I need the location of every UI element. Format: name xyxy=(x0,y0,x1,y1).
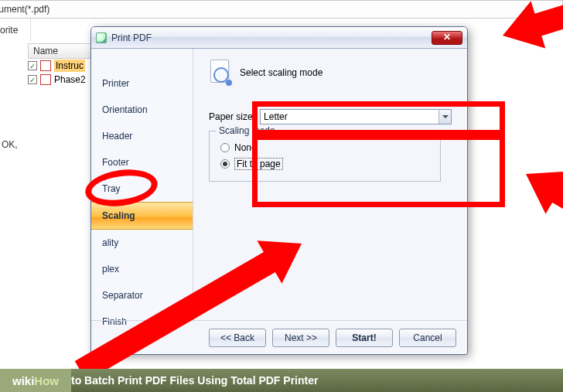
tab-quality[interactable]: ality xyxy=(91,230,193,256)
pdf-icon xyxy=(40,74,51,85)
chevron-down-icon[interactable] xyxy=(438,110,451,124)
address-bar[interactable]: Document(*.pdf) xyxy=(0,0,563,19)
radio-fit-label: Fit to page xyxy=(234,158,283,170)
file-name: Instruc xyxy=(54,60,85,72)
paper-size-label: Paper size: xyxy=(209,111,255,122)
toolbar-fragment: orite xyxy=(0,19,31,42)
tab-header[interactable]: Header xyxy=(91,123,193,149)
cancel-button[interactable]: Cancel xyxy=(399,329,456,347)
paper-size-select[interactable]: Letter xyxy=(260,109,452,124)
group-legend: Scaling mode xyxy=(216,125,278,136)
tab-orientation[interactable]: Orientation xyxy=(91,97,193,123)
checkbox-icon[interactable]: ✓ xyxy=(28,75,37,84)
paper-size-value: Letter xyxy=(264,111,288,122)
list-item[interactable]: ✓ Instruc xyxy=(28,59,86,73)
wikihow-caption-bar: wikiHow to Batch Print PDF Files Using T… xyxy=(0,369,563,392)
caption-text: to Batch Print PDF Files Using Total PDF… xyxy=(71,374,318,387)
radio-none[interactable] xyxy=(220,143,230,152)
dialog-title: Print PDF xyxy=(111,32,152,43)
radio-fit-row[interactable]: Fit to page xyxy=(220,158,432,170)
checkbox-icon[interactable]: ✓ xyxy=(28,61,37,70)
file-name: Phase2 xyxy=(54,74,86,85)
tab-duplex[interactable]: plex xyxy=(91,256,193,282)
scaling-mode-group: Scaling mode None Fit to page xyxy=(209,131,441,182)
list-item[interactable]: ✓ Phase2 xyxy=(28,73,86,87)
close-button[interactable]: ✕ xyxy=(432,31,462,45)
start-button[interactable]: Start! xyxy=(336,329,393,347)
radio-fit[interactable] xyxy=(220,159,230,169)
next-button[interactable]: Next >> xyxy=(272,329,329,347)
annotation-arrow xyxy=(526,174,563,274)
wikihow-logo: wikiHow xyxy=(0,369,71,392)
radio-none-row[interactable]: None xyxy=(220,142,432,153)
title-bar[interactable]: Print PDF ✕ xyxy=(91,27,467,49)
status-fragment: OK, xyxy=(2,139,18,150)
magnifier-icon xyxy=(209,60,232,86)
tab-printer[interactable]: Printer xyxy=(91,70,193,97)
dialog-icon xyxy=(96,32,107,43)
pdf-icon xyxy=(40,60,51,71)
file-list: ✓ Instruc ✓ Phase2 xyxy=(28,59,86,87)
back-button[interactable]: << Back xyxy=(209,329,266,347)
radio-none-label: None xyxy=(234,142,257,153)
pane-heading: Select scaling mode xyxy=(240,67,322,78)
